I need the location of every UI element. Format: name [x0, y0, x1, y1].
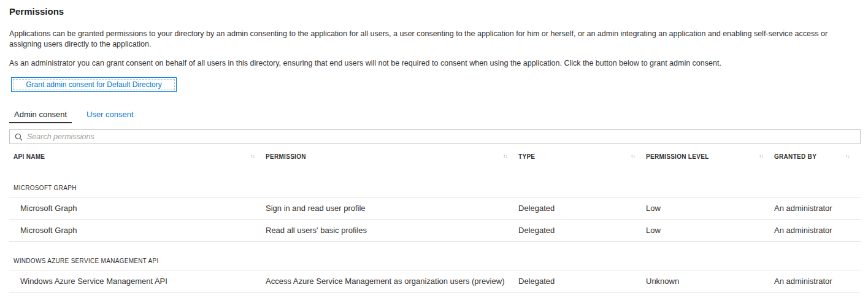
table-header-row: API NAME ↑↓ PERMISSION ↑↓ TYPE ↑↓ PERMIS… [9, 144, 861, 169]
cell-granted-by: An administrator [774, 226, 861, 235]
search-icon [15, 133, 23, 141]
sort-arrows-icon[interactable]: ↑↓ [250, 153, 255, 159]
cell-granted-by: An administrator [774, 277, 861, 286]
column-header-label: API NAME [13, 153, 45, 160]
search-permissions-input[interactable] [27, 132, 855, 141]
search-permissions-box[interactable] [9, 129, 861, 144]
sort-arrows-icon[interactable]: ↑↓ [759, 153, 763, 159]
permissions-page: Permissions Applications can be granted … [0, 0, 868, 292]
sort-arrows-icon[interactable]: ↑↓ [503, 153, 507, 159]
description-paragraph-2: As an administrator you can grant consen… [9, 58, 856, 69]
cell-api-name: Microsoft Graph [13, 226, 266, 235]
sort-arrows-icon[interactable]: ↑↓ [845, 153, 850, 159]
grant-admin-consent-button[interactable]: Grant admin consent for Default Director… [11, 77, 177, 92]
cell-type: Delegated [518, 204, 646, 213]
permissions-table: API NAME ↑↓ PERMISSION ↑↓ TYPE ↑↓ PERMIS… [9, 144, 861, 292]
cell-granted-by: An administrator [774, 204, 861, 213]
page-title: Permissions [9, 6, 861, 17]
cell-permission: Access Azure Service Management as organ… [266, 277, 518, 286]
cell-permission: Sign in and read user profile [266, 204, 518, 213]
column-header-granted-by[interactable]: GRANTED BY ↑↓ [774, 153, 861, 160]
tab-user-consent[interactable]: User consent [82, 107, 139, 124]
cell-permission-level: Low [646, 226, 774, 235]
column-header-type[interactable]: TYPE ↑↓ [518, 153, 646, 160]
table-row[interactable]: Windows Azure Service Management API Acc… [9, 270, 861, 292]
column-header-label: PERMISSION LEVEL [646, 153, 709, 160]
consent-tabs: Admin consent User consent [9, 107, 861, 124]
cell-permission-level: Low [646, 204, 774, 213]
table-row[interactable]: Microsoft Graph Read all users' basic pr… [9, 220, 861, 242]
column-header-label: PERMISSION [266, 153, 306, 160]
cell-api-name: Microsoft Graph [13, 204, 266, 213]
cell-permission: Read all users' basic profiles [266, 226, 518, 235]
column-header-permission[interactable]: PERMISSION ↑↓ [266, 153, 518, 160]
tab-admin-consent[interactable]: Admin consent [9, 107, 72, 124]
cell-type: Delegated [518, 226, 646, 235]
column-header-api-name[interactable]: API NAME ↑↓ [13, 153, 266, 160]
column-header-label: GRANTED BY [774, 153, 816, 160]
table-row[interactable]: Microsoft Graph Sign in and read user pr… [9, 197, 861, 220]
sort-arrows-icon[interactable]: ↑↓ [631, 153, 635, 159]
group-header-microsoft-graph: MICROSOFT GRAPH [9, 169, 861, 197]
column-header-permission-level[interactable]: PERMISSION LEVEL ↑↓ [646, 153, 774, 160]
cell-api-name: Windows Azure Service Management API [13, 277, 266, 286]
cell-permission-level: Unknown [646, 277, 774, 286]
group-header-windows-azure-service-management-api: WINDOWS AZURE SERVICE MANAGEMENT API [9, 242, 861, 270]
column-header-label: TYPE [518, 153, 535, 160]
description-paragraph-1: Applications can be granted permissions … [9, 29, 856, 50]
cell-type: Delegated [518, 277, 646, 286]
